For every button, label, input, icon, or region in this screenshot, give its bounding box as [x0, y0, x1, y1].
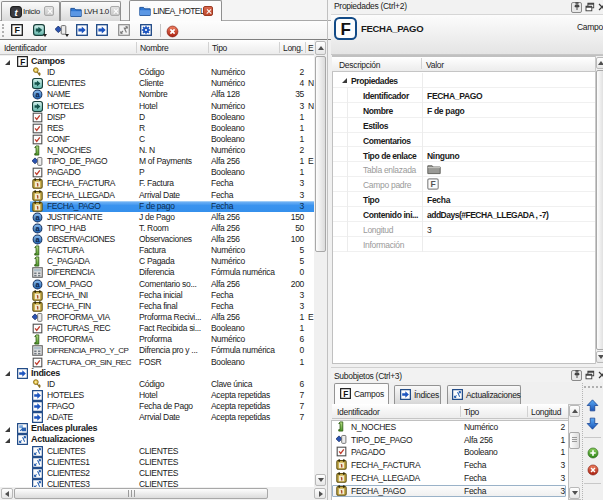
svg-text:F: F — [340, 20, 350, 39]
